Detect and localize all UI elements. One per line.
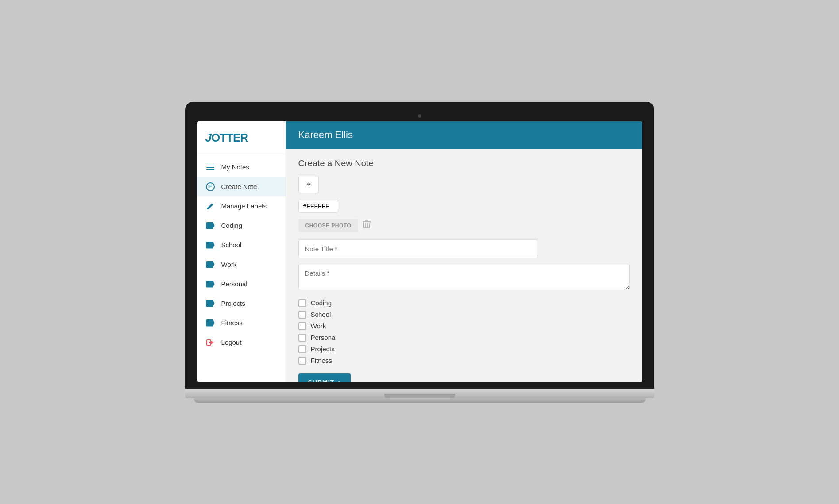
sidebar-item-logout[interactable]: Logout (197, 333, 286, 352)
sidebar: JOTTER My Notes (197, 121, 286, 382)
sidebar-item-my-notes[interactable]: My Notes (197, 158, 286, 177)
sidebar-item-fitness[interactable]: Fitness (197, 313, 286, 333)
app-logo: JOTTER (197, 121, 286, 154)
sidebar-label-coding: Coding (221, 222, 243, 229)
logo-rest: OTTER (211, 131, 248, 144)
sidebar-label-personal: Personal (221, 280, 247, 288)
sidebar-label-school: School (221, 241, 242, 249)
label-name-school: School (311, 311, 331, 318)
logout-icon (205, 338, 215, 347)
label-row-coding: Coding (298, 299, 630, 307)
label-checkbox-fitness[interactable] (298, 357, 306, 365)
tag-icon-fitness (205, 318, 215, 328)
label-row-projects: Projects (298, 345, 630, 353)
note-title-input[interactable] (298, 239, 537, 258)
label-name-work: Work (311, 322, 326, 330)
submit-arrow-icon: › (338, 378, 340, 382)
label-name-fitness: Fitness (311, 357, 332, 364)
choose-photo-button[interactable]: CHOOSE PHOTO (298, 219, 359, 232)
sidebar-item-work[interactable]: Work (197, 255, 286, 274)
sidebar-label-logout: Logout (221, 339, 242, 346)
tag-icon-personal (205, 279, 215, 289)
color-input[interactable] (298, 200, 338, 213)
header-username: Kareem Ellis (298, 129, 353, 140)
screen-bezel: JOTTER My Notes (185, 102, 654, 389)
lines-icon (205, 162, 215, 172)
laptop-screen: JOTTER My Notes (197, 121, 642, 382)
top-header: Kareem Ellis (286, 121, 642, 149)
sidebar-label-create-note: Create Note (221, 183, 257, 190)
main-content: Kareem Ellis Create a New Note ⌖ CHOOSE … (286, 121, 642, 382)
tag-icon-work (205, 260, 215, 269)
sidebar-item-create-note[interactable]: Create Note (197, 177, 286, 196)
details-textarea[interactable] (298, 264, 630, 290)
tag-icon-school (205, 240, 215, 250)
submit-label: SUBMIT (308, 379, 335, 382)
label-row-fitness: Fitness (298, 357, 630, 365)
pin-icon: ⌖ (306, 180, 311, 189)
sidebar-nav: My Notes Create Note (197, 154, 286, 382)
label-checkbox-personal[interactable] (298, 334, 306, 342)
pin-button[interactable]: ⌖ (298, 176, 319, 193)
tag-icon-projects (205, 299, 215, 308)
laptop-base (185, 389, 654, 398)
sidebar-label-manage-labels: Manage Labels (221, 202, 267, 210)
webcam-icon (418, 114, 421, 118)
laptop-foot (194, 398, 646, 403)
page-title: Create a New Note (298, 158, 630, 169)
tag-icon-coding (205, 221, 215, 231)
logo-j: J (205, 131, 211, 144)
content-area: Create a New Note ⌖ CHOOSE PHOTO (286, 149, 642, 382)
circle-plus-icon (205, 182, 215, 192)
color-input-container (298, 200, 630, 213)
sidebar-item-personal[interactable]: Personal (197, 274, 286, 294)
laptop-container: JOTTER My Notes (185, 102, 654, 403)
sidebar-label-my-notes: My Notes (221, 163, 249, 171)
sidebar-item-manage-labels[interactable]: Manage Labels (197, 196, 286, 216)
label-name-coding: Coding (311, 299, 332, 307)
label-checkbox-school[interactable] (298, 311, 306, 319)
label-row-school: School (298, 311, 630, 319)
photo-row: CHOOSE PHOTO (298, 219, 630, 232)
label-row-work: Work (298, 322, 630, 330)
label-name-personal: Personal (311, 334, 337, 341)
logo-text: JOTTER (205, 131, 278, 145)
sidebar-label-fitness: Fitness (221, 319, 243, 327)
sidebar-item-coding[interactable]: Coding (197, 216, 286, 235)
pencil-icon (205, 201, 215, 211)
label-name-projects: Projects (311, 345, 335, 353)
labels-section: Coding School Work Personal (298, 299, 630, 365)
submit-button[interactable]: SUBMIT › (298, 373, 351, 382)
label-checkbox-coding[interactable] (298, 299, 306, 307)
label-row-personal: Personal (298, 334, 630, 342)
sidebar-item-school[interactable]: School (197, 235, 286, 255)
sidebar-item-projects[interactable]: Projects (197, 294, 286, 313)
label-checkbox-projects[interactable] (298, 345, 306, 353)
delete-photo-icon[interactable] (363, 219, 371, 231)
sidebar-label-projects: Projects (221, 300, 245, 307)
label-checkbox-work[interactable] (298, 322, 306, 330)
sidebar-label-work: Work (221, 261, 237, 268)
